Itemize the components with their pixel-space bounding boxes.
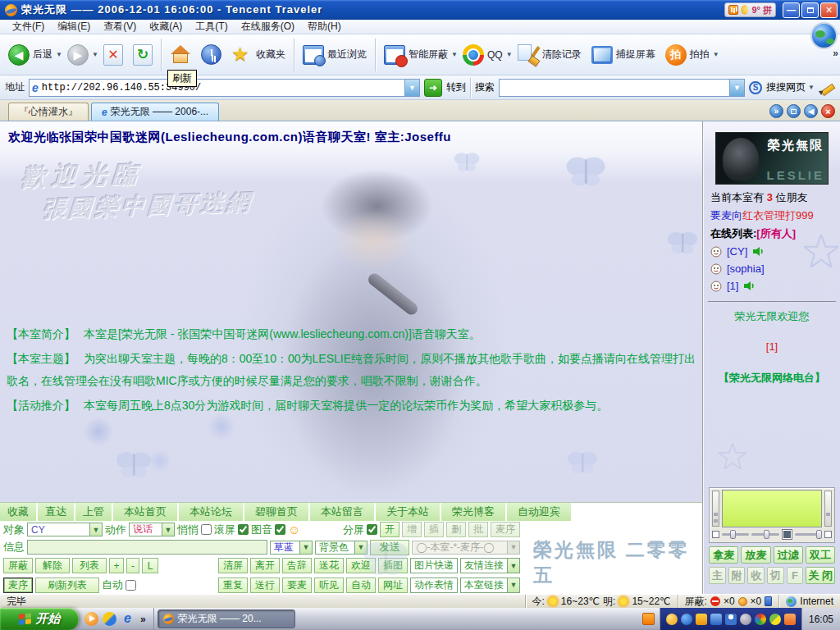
online-all-link[interactable]: [所有人]: [756, 227, 796, 240]
take-mic-button[interactable]: 拿麦: [709, 546, 738, 564]
tray-network-icon[interactable]: [681, 614, 692, 625]
open-button[interactable]: 开: [380, 522, 399, 537]
quick-launch-overflow[interactable]: »: [139, 614, 148, 625]
block-button[interactable]: 屏蔽: [3, 558, 33, 573]
search-dropdown[interactable]: ▼: [729, 80, 744, 96]
menu-tools[interactable]: 工具(T): [189, 19, 233, 34]
online-user-row[interactable]: [1]: [704, 277, 840, 294]
search-box[interactable]: ▼: [499, 79, 745, 97]
f-button[interactable]: F: [787, 567, 804, 584]
menu-online-services[interactable]: 在线服务(O): [235, 19, 300, 34]
repeat-button[interactable]: 重复: [218, 578, 248, 593]
request-mic-button[interactable]: 要麦: [282, 578, 312, 593]
balance-slider[interactable]: [795, 533, 822, 536]
tab-xinqing-guanshui[interactable]: 『心情灌水』: [8, 103, 89, 121]
auto-checkbox[interactable]: [126, 580, 136, 591]
tray-security-icon[interactable]: [696, 614, 707, 625]
link-admin[interactable]: 上管: [75, 503, 113, 521]
tab-close-button[interactable]: ×: [821, 104, 835, 118]
link-biliao-home[interactable]: 碧聊首页: [244, 503, 310, 521]
text-color-select[interactable]: 草蓝 ▼: [270, 541, 313, 555]
send-off-button[interactable]: 送行: [250, 578, 280, 593]
plus-button[interactable]: +: [109, 558, 124, 573]
link-site-home[interactable]: 本站首页: [113, 503, 179, 521]
media-player-icon[interactable]: [84, 612, 98, 626]
mic-volume-slider[interactable]: [722, 533, 749, 536]
ime-icon[interactable]: [728, 5, 738, 15]
menu-favorites[interactable]: 收藏(A): [144, 19, 188, 34]
recent-button[interactable]: 最近浏览: [298, 37, 372, 73]
sub-channel-button[interactable]: 附: [728, 567, 746, 584]
link-site-forum[interactable]: 本站论坛: [179, 503, 244, 521]
insert-button[interactable]: 插: [424, 522, 444, 537]
radio-link[interactable]: 【荣光无限网络电台】: [704, 368, 840, 388]
pencil-icon[interactable]: [819, 80, 835, 96]
left-volume-slider[interactable]: [712, 491, 719, 527]
smiley-icon[interactable]: ☺: [288, 523, 300, 536]
block-counter-panel[interactable]: 屏蔽: ×0 ×0: [678, 595, 779, 608]
action-emote-select[interactable]: 动作表情: [410, 578, 458, 593]
split-screen-checkbox[interactable]: [367, 524, 377, 535]
send-flower-button[interactable]: 送花: [314, 558, 344, 573]
tray-antivirus-icon[interactable]: [769, 614, 781, 625]
back-dropdown[interactable]: ▼: [56, 51, 62, 58]
action-select[interactable]: 说话 ▼: [129, 523, 175, 536]
go-label[interactable]: 转到: [446, 80, 466, 94]
stop-button[interactable]: ✕: [98, 37, 128, 73]
refresh-list-button[interactable]: 刷新列表: [35, 578, 99, 593]
image-sound-checkbox[interactable]: [275, 524, 285, 535]
target-select[interactable]: CY ▼: [27, 523, 103, 536]
image-express-select[interactable]: 图片快递: [410, 558, 458, 573]
history-button[interactable]: [196, 37, 226, 73]
language-bar-icon[interactable]: [642, 613, 655, 625]
user-name[interactable]: [1]: [727, 280, 738, 292]
menu-help[interactable]: 帮助(H): [302, 19, 347, 34]
messenger-icon[interactable]: [103, 612, 116, 626]
right-volume-slider[interactable]: [824, 491, 832, 527]
smart-block-button[interactable]: 智能屏蔽: [379, 37, 453, 73]
link-favorite[interactable]: 收藏: [0, 503, 38, 521]
l-button[interactable]: L: [142, 558, 158, 573]
duplex-button[interactable]: 双工: [806, 546, 835, 564]
list-button[interactable]: 列表: [72, 558, 107, 573]
smart-block-dropdown[interactable]: ▼: [451, 51, 458, 58]
ie-icon[interactable]: e: [121, 612, 135, 626]
home-button[interactable]: [165, 37, 196, 73]
menu-file[interactable]: 文件(F): [7, 19, 50, 34]
url-text[interactable]: http://202.96.140.55:34990/: [42, 82, 404, 94]
minimize-button[interactable]: —: [783, 2, 800, 18]
delete-button[interactable]: 删: [446, 522, 466, 537]
go-icon[interactable]: ➜: [424, 79, 442, 97]
tab-pin-button[interactable]: ◀: [804, 104, 818, 118]
filter-button[interactable]: 过滤: [774, 546, 803, 564]
tray-qq-icon[interactable]: [666, 614, 678, 625]
heard-button[interactable]: 听见: [314, 578, 344, 593]
link-about-site[interactable]: 关于本站: [376, 503, 441, 521]
bg-color-select[interactable]: 背景色 ▼: [315, 541, 368, 555]
tray-messenger-icon[interactable]: [725, 614, 737, 625]
forward-dropdown[interactable]: ▼: [92, 51, 98, 58]
capture-screen-button[interactable]: 捕捉屏幕: [587, 37, 660, 73]
search-input[interactable]: [500, 80, 729, 96]
mic-queue-select[interactable]: ◯-本室-*-麦序-◯ ▼: [412, 541, 520, 555]
meter-checkbox[interactable]: [712, 531, 719, 538]
paipai-dropdown[interactable]: ▼: [713, 51, 719, 58]
add-button[interactable]: 增: [402, 522, 422, 537]
tab-list-button[interactable]: »: [769, 104, 783, 118]
batch-button[interactable]: 批: [468, 522, 488, 537]
favorites-button[interactable]: ★ 收藏夹: [226, 37, 290, 73]
friend-links-select[interactable]: 友情连接 ▼: [460, 558, 520, 573]
soso-icon[interactable]: S: [749, 81, 762, 94]
main-channel-button[interactable]: 主: [709, 567, 726, 584]
taskbar-clock[interactable]: 16:05: [801, 608, 840, 630]
close-voice-button[interactable]: 关 闭: [806, 567, 835, 584]
start-button[interactable]: 开始: [0, 608, 79, 630]
minus-button[interactable]: -: [126, 558, 139, 573]
room-links-select[interactable]: 本室链接 ▼: [460, 578, 520, 593]
qq-dropdown[interactable]: ▼: [506, 51, 513, 58]
clear-screen-button[interactable]: 清屏: [218, 558, 248, 573]
ime-pinyin-label[interactable]: 拼: [763, 4, 772, 16]
user-name[interactable]: [sophia]: [727, 262, 765, 275]
address-dropdown[interactable]: ▼: [404, 80, 419, 96]
ime-deg-label[interactable]: 9°: [751, 5, 760, 15]
